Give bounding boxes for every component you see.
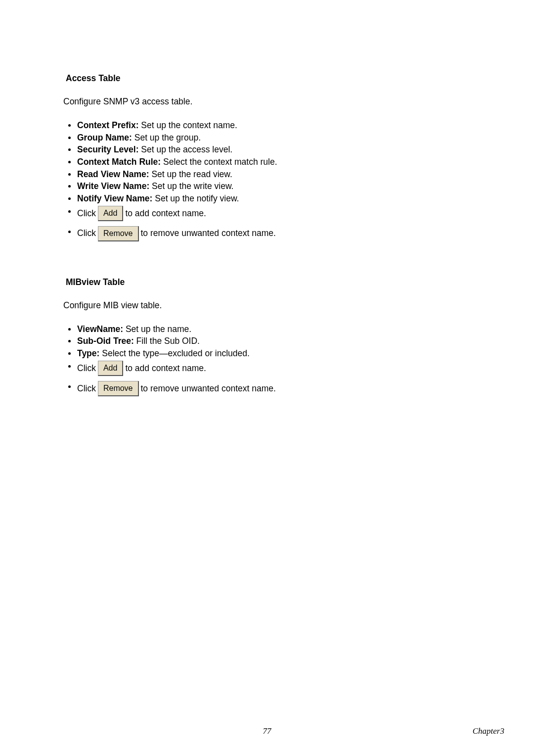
item-label: Type: <box>77 348 99 358</box>
item-label: ViewName: <box>77 324 123 334</box>
list-item: Sub-Oid Tree: Fill the Sub OID. <box>63 335 471 347</box>
click-prefix: Click <box>77 208 96 220</box>
item-text: Set up the notify view. <box>152 193 239 203</box>
item-label: Sub-Oid Tree: <box>77 336 134 346</box>
add-instruction: Click Add to add context name. <box>63 206 471 221</box>
click-prefix: Click <box>77 228 96 239</box>
item-label: Group Name: <box>77 133 132 142</box>
mibview-table-intro: Configure MIB view table. <box>63 300 471 311</box>
item-text: Set up the write view. <box>149 181 233 191</box>
item-label: Read View Name: <box>77 169 149 179</box>
list-item: Context Match Rule: Select the context m… <box>63 156 471 168</box>
item-text: Set up the read view. <box>149 169 232 179</box>
item-text: Select the type—excluded or included. <box>99 348 250 358</box>
access-table-heading: Access Table <box>66 73 471 84</box>
remove-instruction: Click Remove to remove unwanted context … <box>63 381 471 396</box>
click-prefix: Click <box>77 383 96 395</box>
item-text: Set up the name. <box>123 324 191 334</box>
item-label: Notify View Name: <box>77 193 152 203</box>
list-item: Context Prefix: Set up the context name. <box>63 120 471 132</box>
click-prefix: Click <box>77 363 96 375</box>
page-footer: 77 Chapter3 <box>0 726 534 736</box>
list-item: Write View Name: Set up the write view. <box>63 181 471 192</box>
item-label: Security Level: <box>77 144 139 154</box>
add-button[interactable]: Add <box>98 361 123 376</box>
item-text: Select the context match rule. <box>161 157 277 167</box>
item-text: Set up the context name. <box>138 120 237 130</box>
page-number: 77 <box>263 726 271 736</box>
access-table-intro: Configure SNMP v3 access table. <box>63 96 471 107</box>
mibview-table-heading: MIBview Table <box>66 277 471 287</box>
click-suffix: to add context name. <box>125 208 206 220</box>
item-label: Context Match Rule: <box>77 157 161 167</box>
add-button[interactable]: Add <box>98 206 123 221</box>
remove-instruction: Click Remove to remove unwanted context … <box>63 226 471 241</box>
list-item: Read View Name: Set up the read view. <box>63 169 471 181</box>
item-text: Fill the Sub OID. <box>134 336 200 346</box>
item-text: Set up the access level. <box>139 144 233 154</box>
list-item: Notify View Name: Set up the notify view… <box>63 193 471 205</box>
access-table-list: Context Prefix: Set up the context name.… <box>63 120 471 241</box>
list-item: Security Level: Set up the access level. <box>63 144 471 156</box>
item-text: Set up the group. <box>132 133 201 142</box>
click-suffix: to add context name. <box>125 363 206 375</box>
mibview-table-list: ViewName: Set up the name. Sub-Oid Tree:… <box>63 324 471 396</box>
remove-button[interactable]: Remove <box>98 381 139 396</box>
click-suffix: to remove unwanted context name. <box>141 228 276 239</box>
list-item: ViewName: Set up the name. <box>63 324 471 335</box>
chapter-label: Chapter3 <box>473 726 504 736</box>
add-instruction: Click Add to add context name. <box>63 361 471 376</box>
click-suffix: to remove unwanted context name. <box>141 383 276 395</box>
item-label: Write View Name: <box>77 181 149 191</box>
remove-button[interactable]: Remove <box>98 226 139 241</box>
list-item: Type: Select the type—excluded or includ… <box>63 348 471 360</box>
item-label: Context Prefix: <box>77 120 138 130</box>
list-item: Group Name: Set up the group. <box>63 132 471 144</box>
